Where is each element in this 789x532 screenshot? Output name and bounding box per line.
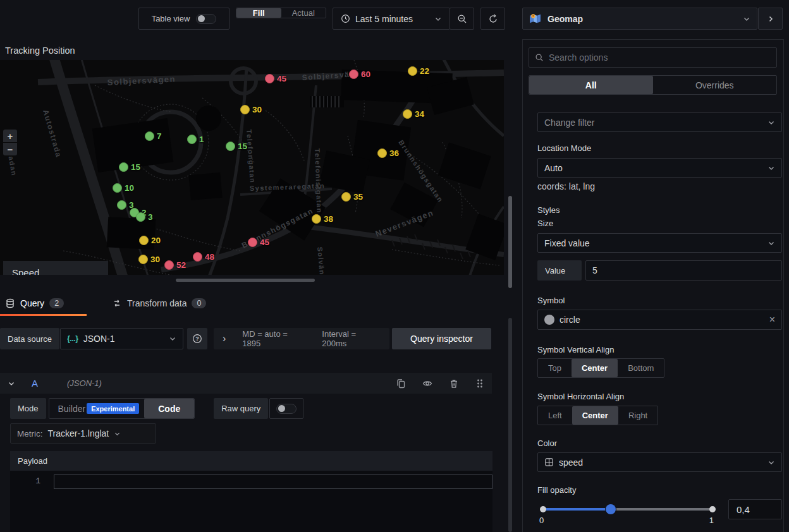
map-zoom-in-button[interactable]: + [3, 130, 17, 142]
table-view-toggle-group[interactable]: Table view [138, 8, 229, 30]
halign-left[interactable]: Left [538, 406, 572, 425]
valign-center[interactable]: Center [572, 359, 618, 377]
map-data-point[interactable]: 30 [240, 105, 262, 114]
map-data-point[interactable]: 10 [113, 183, 134, 193]
tab-query[interactable]: Query 2 [0, 291, 69, 316]
symbol-select[interactable]: circle × [537, 310, 782, 330]
map-data-point[interactable]: 1 [187, 135, 204, 144]
datasource-label: Data source [0, 328, 59, 349]
payload-code-editor[interactable]: 1 [10, 471, 492, 532]
map-data-point[interactable]: 45 [265, 74, 286, 83]
chevron-down-icon [434, 15, 442, 23]
builder-label: Builder [58, 404, 86, 414]
halign-center[interactable]: Center [572, 406, 618, 425]
metric-select[interactable]: Metric: Tracker-1.lnglat [10, 423, 156, 444]
horizontal-scrollbar[interactable] [176, 279, 315, 282]
delete-query-trash-icon[interactable] [449, 378, 459, 389]
data-point-value: 20 [151, 236, 161, 245]
valign-top[interactable]: Top [538, 359, 572, 377]
halign-right[interactable]: Right [618, 406, 658, 425]
vertical-scrollbar-track[interactable] [508, 318, 512, 532]
data-point-circle [240, 105, 250, 114]
payload-code-input[interactable] [54, 475, 492, 489]
map-data-point[interactable]: 22 [408, 66, 429, 76]
change-filter-select[interactable]: Change filter [537, 112, 782, 132]
time-range-picker[interactable]: Last 5 minutes [333, 8, 450, 30]
search-options-input[interactable] [549, 52, 771, 63]
query-options-collapsible[interactable]: › MD = auto = 1895 Interval = 200ms [214, 328, 389, 349]
magnifier-minus-icon [457, 14, 467, 24]
data-point-value: 45 [260, 238, 269, 247]
slider-track[interactable] [542, 508, 713, 511]
valign-bottom[interactable]: Bottom [618, 359, 664, 377]
query-inspector-button[interactable]: Query inspector [392, 328, 491, 349]
transform-icon [112, 298, 122, 308]
size-value-input[interactable] [585, 260, 782, 281]
chevron-down-icon [768, 119, 775, 126]
query-datasource-hint: (JSON-1) [67, 378, 379, 388]
map-data-point[interactable]: 35 [341, 192, 363, 202]
collapse-options-pane-button[interactable] [758, 8, 783, 30]
fill-button[interactable]: Fill [236, 8, 281, 18]
color-field-select[interactable]: speed [537, 452, 782, 472]
symbol-valign-group: Top Center Bottom [537, 358, 664, 378]
map-data-point[interactable]: 38 [312, 214, 333, 224]
active-tab-underline [0, 314, 87, 316]
coords-hint: coords: lat, lng [537, 181, 595, 191]
actual-button[interactable]: Actual [281, 8, 326, 18]
data-point-value: 60 [361, 70, 370, 79]
visualization-picker[interactable]: Geomap [522, 8, 757, 30]
map-data-point[interactable]: 45 [248, 238, 269, 247]
map-data-point[interactable]: 48 [193, 252, 214, 262]
map-data-point[interactable]: 30 [138, 255, 160, 264]
tab-transform-data[interactable]: Transform data 0 [107, 291, 211, 316]
map-data-point[interactable]: 15 [226, 142, 247, 151]
data-point-circle [349, 70, 358, 79]
panel-title[interactable]: Tracking Position [5, 45, 75, 56]
refresh-button[interactable] [480, 8, 505, 30]
drag-handle-icon[interactable] [475, 378, 484, 389]
chevron-down-icon[interactable] [8, 380, 15, 387]
size-mode-select[interactable]: Fixed value [537, 233, 782, 253]
map-data-point[interactable]: 20 [139, 236, 161, 245]
map-data-point[interactable]: 15 [119, 162, 140, 172]
data-point-value: 34 [415, 109, 424, 119]
viz-picker-label: Geomap [547, 14, 737, 24]
tab-overrides[interactable]: Overrides [653, 76, 777, 94]
vertical-scrollbar-thumb[interactable] [508, 196, 512, 288]
map-data-point[interactable]: 60 [349, 70, 370, 79]
time-zoom-out-button[interactable] [450, 8, 474, 30]
mode-builder-button[interactable]: Builder Experimental [49, 399, 145, 418]
hide-query-eye-icon[interactable] [422, 378, 432, 389]
data-point-value: 3 [148, 212, 153, 222]
color-field-value: speed [559, 457, 762, 468]
map-data-point[interactable]: 7 [145, 131, 162, 141]
table-view-switch[interactable] [196, 14, 216, 24]
map-data-point[interactable]: 52 [164, 260, 186, 270]
clear-symbol-icon[interactable]: × [769, 314, 775, 325]
search-options-box[interactable] [529, 47, 777, 68]
payload-section-header: Payload [10, 451, 492, 471]
location-mode-select[interactable]: Auto [537, 158, 782, 178]
map-zoom-out-button[interactable]: − [3, 143, 17, 155]
editor-tabs-row: Query 2 Transform data 0 [0, 291, 512, 316]
location-mode-value: Auto [544, 163, 762, 173]
query-count-badge: 2 [49, 298, 64, 308]
size-value-row: Value [537, 260, 782, 281]
fill-opacity-input[interactable] [728, 499, 782, 519]
data-point-value: 48 [205, 252, 214, 262]
fill-opacity-slider[interactable]: 0 1 [537, 497, 719, 526]
slider-thumb[interactable] [606, 504, 616, 514]
map-data-point[interactable]: 3 [136, 212, 153, 222]
map-data-point[interactable]: 34 [403, 109, 424, 119]
datasource-select[interactable]: {...} JSON-1 [60, 328, 183, 349]
tab-all[interactable]: All [529, 76, 653, 94]
map-data-point[interactable]: 36 [377, 148, 399, 158]
mode-code-button[interactable]: Code [144, 399, 194, 418]
raw-query-switch[interactable] [276, 404, 297, 414]
datasource-help-button[interactable]: ? [187, 328, 207, 349]
styles-section-label: Styles [537, 205, 560, 215]
duplicate-query-icon[interactable] [396, 378, 406, 389]
map-canvas[interactable]: SolbjersvägenSolbjersväAutostradagadanTe… [0, 60, 504, 275]
query-row-header[interactable]: A (JSON-1) [0, 373, 492, 394]
